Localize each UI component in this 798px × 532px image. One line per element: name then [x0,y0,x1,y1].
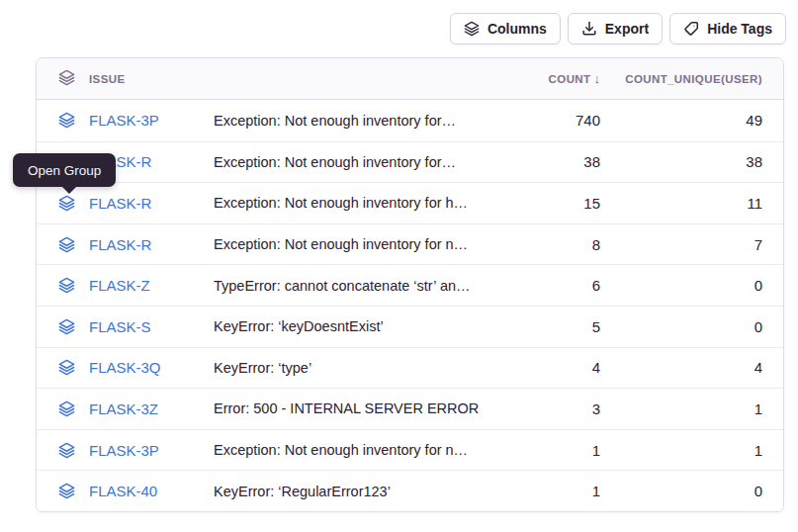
issue-cell: FLASK-3Z [37,400,214,417]
table-row: FLASK-3Z Error: 500 - INTERNAL SERVER ER… [37,388,783,429]
count-unique-value: 0 [600,483,783,499]
table-row: FLASK-3P Exception: Not enough inventory… [37,429,783,471]
count-value: 740 [482,112,600,129]
count-value: 4 [482,359,600,376]
table-row: FLASK-R Exception: Not enough inventory … [37,223,783,265]
issue-summary: Exception: Not enough inventory for… [214,154,482,170]
open-group-stack-icon[interactable] [58,318,75,335]
table-row: FLASK-40 KeyError: ‘RegularError123’ 1 0 [37,470,783,511]
export-button[interactable]: Export [568,13,663,44]
count-unique-value: 0 [600,318,783,335]
tag-icon [683,21,699,37]
issue-summary: Exception: Not enough inventory for h… [214,195,482,211]
open-group-stack-icon[interactable] [58,442,75,459]
issue-summary: Error: 500 - INTERNAL SERVER ERROR [214,400,482,416]
count-value: 6 [482,277,600,294]
count-value: 8 [482,236,600,253]
layers-icon [58,69,75,88]
issue-summary: KeyError: ‘type’ [214,360,482,376]
column-header-count-unique[interactable]: COUNT_UNIQUE(USER) [600,73,783,85]
hide-tags-button[interactable]: Hide Tags [669,13,786,44]
count-unique-value: 7 [600,236,783,253]
open-group-stack-icon[interactable] [58,112,75,129]
count-unique-value: 38 [600,153,783,170]
table-row: FLASK-3Q KeyError: ‘type’ 4 4 [37,347,783,389]
issue-cell: FLASK-3Q [37,359,214,376]
column-header-issue[interactable]: ISSUE [37,69,214,88]
issue-summary: Exception: Not enough inventory for… [214,113,482,129]
table-header-row: ISSUE COUNT↓ COUNT_UNIQUE(USER) [37,58,783,100]
issue-cell: FLASK-40 [37,483,214,499]
count-unique-value: 1 [600,442,783,459]
issue-summary: KeyError: ‘RegularError123’ [214,484,482,499]
issue-cell: FLASK-R [37,236,214,253]
table-row: FLASK-R Exception: Not enough inventory … [37,141,783,183]
count-value: 1 [482,483,600,499]
table-row: FLASK-Z TypeError: cannot concatenate ‘s… [37,264,783,306]
issue-cell: FLASK-Z [37,277,214,294]
open-group-stack-icon[interactable] [58,277,75,294]
count-unique-value: 1 [600,400,783,417]
table-row: FLASK-R Exception: Not enough inventory … [37,182,783,223]
open-group-tooltip-label: Open Group [28,163,101,178]
table-body: FLASK-3P Exception: Not enough inventory… [37,100,783,511]
count-unique-value: 11 [600,195,783,212]
issue-link[interactable]: FLASK-S [89,318,151,335]
issue-cell: FLASK-3P [37,112,214,129]
count-unique-value: 49 [600,112,783,129]
issue-link[interactable]: FLASK-Z [89,277,150,294]
count-value: 1 [482,442,600,459]
count-unique-value: 0 [600,277,783,294]
table-row: FLASK-S KeyError: ‘keyDoesntExist’ 5 0 [37,306,783,347]
column-header-count-label: COUNT [549,73,591,85]
issue-link[interactable]: FLASK-40 [89,483,157,499]
issue-link[interactable]: FLASK-R [89,236,151,253]
download-icon [581,21,597,37]
column-header-issue-label: ISSUE [89,73,126,85]
issue-link[interactable]: FLASK-3P [89,112,159,129]
open-group-stack-icon[interactable] [58,400,75,417]
count-value: 15 [482,195,600,212]
issue-link[interactable]: FLASK-3Z [89,400,158,417]
column-header-count[interactable]: COUNT↓ [482,71,600,86]
issue-cell: FLASK-3P [37,442,214,459]
toolbar: Columns Export Hide Tags [450,13,786,44]
issue-summary: Exception: Not enough inventory for n… [214,442,482,458]
issue-summary: Exception: Not enough inventory for n… [214,236,482,252]
hide-tags-button-label: Hide Tags [707,21,772,37]
open-group-stack-icon[interactable] [58,483,75,499]
open-group-tooltip: Open Group [13,153,116,187]
issues-table: ISSUE COUNT↓ COUNT_UNIQUE(USER) FLASK-3P… [36,57,784,512]
table-row: FLASK-3P Exception: Not enough inventory… [37,100,783,141]
columns-button-label: Columns [488,21,547,37]
layers-icon [464,21,480,37]
count-value: 3 [482,400,600,417]
export-button-label: Export [605,21,649,37]
issue-cell: FLASK-R [37,195,214,212]
columns-button[interactable]: Columns [450,13,561,44]
count-value: 38 [482,153,600,170]
open-group-stack-icon[interactable] [58,236,75,253]
issue-link[interactable]: FLASK-3P [89,442,159,459]
open-group-stack-icon[interactable] [58,359,75,376]
open-group-stack-icon[interactable] [58,195,75,212]
column-header-count-unique-label: COUNT_UNIQUE(USER) [625,73,762,85]
issue-link[interactable]: FLASK-R [89,195,151,212]
issue-summary: KeyError: ‘keyDoesntExist’ [214,318,482,334]
count-unique-value: 4 [600,359,783,376]
issue-cell: FLASK-S [37,318,214,335]
issue-summary: TypeError: cannot concatenate ‘str’ an… [214,278,482,294]
issue-link[interactable]: FLASK-3Q [89,359,161,376]
count-value: 5 [482,318,600,335]
